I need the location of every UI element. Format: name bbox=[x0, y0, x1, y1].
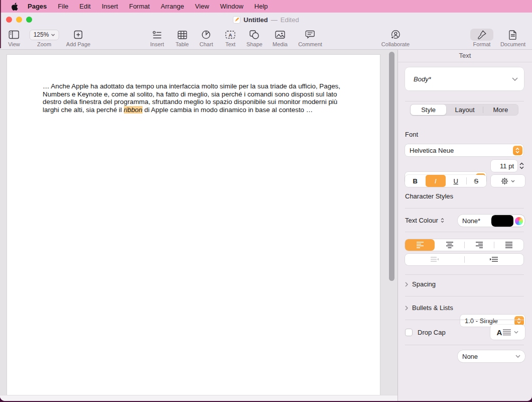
body-paragraph[interactable]: … Anche Apple ha adottato da tempo una i… bbox=[43, 82, 347, 114]
comment-button[interactable]: Comment bbox=[298, 29, 322, 47]
bullets-row: Bullets & Lists bbox=[405, 304, 453, 312]
tab-layout[interactable]: Layout bbox=[447, 104, 482, 116]
character-styles-label: Character Styles bbox=[405, 192, 453, 200]
current-colour-black[interactable] bbox=[491, 215, 513, 227]
sidebar-view-icon bbox=[8, 29, 20, 41]
underline-button[interactable]: U bbox=[446, 175, 466, 187]
spacing-label: Spacing bbox=[412, 280, 436, 288]
indent-buttons bbox=[405, 254, 523, 265]
divider bbox=[405, 101, 524, 102]
italic-button-active[interactable]: I bbox=[426, 175, 446, 187]
text-colour-swatch[interactable] bbox=[491, 215, 524, 227]
divider bbox=[405, 345, 524, 345]
align-justify-icon bbox=[505, 242, 513, 248]
font-family-dropdown[interactable]: Helvetica Neue bbox=[405, 144, 523, 156]
tab-style[interactable]: Style bbox=[411, 105, 446, 115]
chart-icon bbox=[200, 29, 213, 41]
menu-item-edit[interactable]: Edit bbox=[74, 3, 96, 10]
divider bbox=[405, 274, 524, 275]
alignment-buttons bbox=[405, 239, 523, 251]
document-title-group: Untitled — Edited bbox=[0, 13, 532, 27]
document-icon bbox=[233, 16, 240, 24]
table-button[interactable]: Table bbox=[176, 29, 189, 47]
disclosure-chevron-icon[interactable] bbox=[405, 306, 408, 311]
align-justify-button[interactable] bbox=[494, 239, 523, 251]
apple-menu-icon[interactable] bbox=[7, 2, 22, 11]
menu-item-arrange[interactable]: Arrange bbox=[155, 3, 189, 10]
menu-item-format[interactable]: Format bbox=[123, 3, 155, 10]
zoom-control[interactable]: 125% Zoom bbox=[30, 29, 59, 47]
font-style-buttons: B I U S bbox=[405, 175, 486, 187]
chevron-down-icon bbox=[511, 180, 515, 182]
drop-cap-style-dropdown[interactable]: A bbox=[490, 325, 525, 340]
text-colour-control[interactable]: Text Colour bbox=[405, 217, 444, 224]
chart-button[interactable]: Chart bbox=[200, 29, 213, 47]
paintbrush-icon bbox=[477, 30, 487, 40]
page[interactable]: … Anche Apple ha adottato da tempo una i… bbox=[7, 55, 380, 395]
chevron-down-icon bbox=[512, 77, 518, 81]
bold-button[interactable]: B bbox=[405, 175, 426, 187]
outdent-icon bbox=[430, 257, 439, 263]
document-title[interactable]: Untitled bbox=[243, 16, 268, 24]
stepper-up-down-icon[interactable] bbox=[514, 316, 524, 326]
zoom-dropdown[interactable]: 125% bbox=[30, 30, 59, 40]
horizontal-scrollbar[interactable] bbox=[0, 395, 397, 401]
svg-text:A: A bbox=[229, 32, 232, 38]
colour-wheel-button[interactable] bbox=[513, 215, 524, 227]
vertical-scrollbar[interactable] bbox=[389, 52, 394, 281]
drop-cap-preview-icon: A bbox=[497, 329, 511, 336]
menu-item-file[interactable]: File bbox=[52, 3, 74, 10]
gear-icon bbox=[501, 177, 508, 185]
tab-more[interactable]: More bbox=[483, 104, 518, 116]
insert-button[interactable]: Insert bbox=[150, 29, 164, 47]
menu-item-window[interactable]: Window bbox=[215, 3, 249, 10]
menu-item-view[interactable]: View bbox=[190, 3, 215, 10]
document-button[interactable]: Document bbox=[500, 29, 525, 47]
text-box-icon: A bbox=[225, 29, 235, 41]
font-size-stepper[interactable] bbox=[519, 160, 524, 172]
increase-indent-button[interactable] bbox=[464, 254, 523, 265]
collaborate-icon bbox=[381, 29, 410, 41]
disclosure-chevron-icon[interactable] bbox=[405, 282, 408, 287]
add-page-button[interactable]: Add Page bbox=[66, 29, 90, 47]
bullets-lists-dropdown[interactable]: None bbox=[458, 350, 525, 362]
edited-status: Edited bbox=[281, 16, 299, 24]
menu-item-help[interactable]: Help bbox=[249, 3, 274, 10]
align-center-icon bbox=[446, 242, 454, 248]
text-button[interactable]: A Text bbox=[225, 29, 235, 47]
font-size-field[interactable]: 11 pt bbox=[491, 160, 517, 172]
strikethrough-button[interactable]: S bbox=[466, 175, 487, 187]
bullets-lists-label: Bullets & Lists bbox=[412, 304, 453, 312]
menu-bar: Pages File Edit Insert Format Arrange Vi… bbox=[0, 0, 532, 13]
format-button[interactable]: Format bbox=[470, 29, 493, 47]
paragraph-style-selector[interactable]: Body* bbox=[405, 67, 524, 90]
view-button[interactable]: View bbox=[8, 29, 20, 47]
document-setup-icon bbox=[500, 29, 525, 41]
highlighted-word[interactable]: ribbon bbox=[124, 106, 143, 114]
chevron-up-icon bbox=[519, 162, 524, 165]
title-bar: Untitled — Edited bbox=[0, 13, 532, 27]
stepper-up-down-icon[interactable] bbox=[513, 146, 522, 155]
menu-item-insert[interactable]: Insert bbox=[96, 3, 124, 10]
collaborate-button[interactable]: Collaborate bbox=[381, 29, 410, 47]
drop-cap-checkbox[interactable] bbox=[405, 329, 413, 336]
advanced-font-options-button[interactable] bbox=[491, 175, 525, 187]
colour-wheel-icon bbox=[515, 217, 523, 225]
align-center-button[interactable] bbox=[435, 239, 464, 251]
up-down-chevrons-icon bbox=[441, 218, 444, 223]
media-button[interactable]: Media bbox=[273, 29, 288, 47]
panel-title: Text bbox=[398, 52, 532, 59]
menu-item-pages[interactable]: Pages bbox=[22, 3, 52, 10]
font-family-value: Helvetica Neue bbox=[410, 147, 523, 154]
shape-icon bbox=[246, 29, 262, 41]
decrease-indent-button-disabled[interactable] bbox=[405, 254, 464, 265]
style-layout-more-tabs: Style Layout More bbox=[410, 104, 518, 116]
spacing-row: Spacing bbox=[405, 280, 436, 288]
shape-button[interactable]: Shape bbox=[246, 29, 262, 47]
align-right-button[interactable] bbox=[464, 239, 494, 251]
toolbar: View 125% Zoom Add Page bbox=[0, 27, 532, 50]
zoom-value: 125% bbox=[34, 31, 49, 38]
format-sidebar: Text Body* Style Layout More Font Helvet… bbox=[398, 50, 532, 401]
align-left-button-active[interactable] bbox=[405, 239, 435, 251]
align-right-icon bbox=[475, 242, 483, 248]
